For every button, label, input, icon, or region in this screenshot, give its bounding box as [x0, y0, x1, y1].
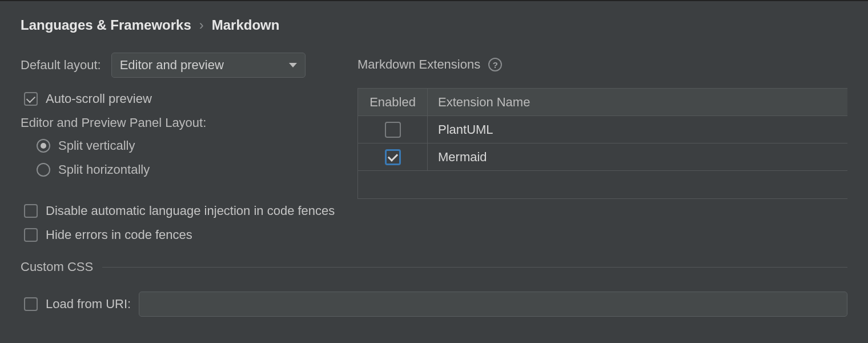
disable-injection-row[interactable]: Disable automatic language injection in … — [24, 204, 847, 218]
hide-errors-label: Hide errors in code fences — [46, 228, 192, 242]
custom-css-separator: Custom CSS — [21, 260, 847, 274]
col-enabled[interactable]: Enabled — [358, 89, 428, 115]
split-horizontally-label: Split horizontally — [58, 162, 150, 177]
table-row[interactable]: PlantUML — [358, 116, 847, 143]
extensions-table: Enabled Extension Name PlantUML Mermaid — [357, 88, 847, 199]
panel-layout-label: Editor and Preview Panel Layout: — [21, 115, 340, 130]
hide-errors-row[interactable]: Hide errors in code fences — [24, 228, 847, 242]
disable-injection-checkbox[interactable] — [24, 204, 38, 218]
auto-scroll-row[interactable]: Auto-scroll preview — [24, 91, 340, 106]
extensions-table-header: Enabled Extension Name — [358, 89, 847, 116]
breadcrumb-current: Markdown — [212, 17, 280, 33]
split-vertically-row[interactable]: Split vertically — [37, 138, 340, 153]
disable-injection-label: Disable automatic language injection in … — [46, 204, 335, 218]
custom-css-title: Custom CSS — [21, 260, 93, 274]
separator-line — [102, 267, 847, 268]
hide-errors-checkbox[interactable] — [24, 228, 38, 242]
breadcrumb-parent[interactable]: Languages & Frameworks — [21, 17, 191, 33]
auto-scroll-checkbox[interactable] — [24, 92, 38, 106]
split-horizontally-row[interactable]: Split horizontally — [37, 162, 340, 177]
col-extension-name[interactable]: Extension Name — [428, 95, 847, 110]
help-icon[interactable]: ? — [488, 58, 502, 71]
default-layout-value: Editor and preview — [120, 58, 224, 73]
split-vertically-label: Split vertically — [58, 138, 135, 153]
breadcrumb: Languages & Frameworks › Markdown — [21, 17, 847, 33]
extension-enabled-checkbox[interactable] — [385, 122, 401, 138]
extension-enabled-checkbox[interactable] — [385, 149, 401, 165]
chevron-down-icon — [289, 63, 297, 67]
auto-scroll-label: Auto-scroll preview — [46, 91, 152, 106]
table-row[interactable]: Mermaid — [358, 143, 847, 171]
extensions-title: Markdown Extensions — [357, 57, 480, 72]
default-layout-select[interactable]: Editor and preview — [111, 53, 306, 78]
split-horizontally-radio[interactable] — [37, 163, 50, 177]
default-layout-label: Default layout: — [21, 58, 101, 73]
split-vertically-radio[interactable] — [37, 139, 50, 153]
chevron-right-icon: › — [199, 17, 204, 33]
extension-name: PlantUML — [428, 116, 847, 143]
load-uri-row[interactable]: Load from URI: — [24, 297, 131, 312]
load-uri-checkbox[interactable] — [24, 297, 38, 311]
extension-name: Mermaid — [428, 143, 847, 170]
load-uri-label: Load from URI: — [46, 297, 131, 312]
load-uri-input[interactable] — [139, 292, 847, 317]
